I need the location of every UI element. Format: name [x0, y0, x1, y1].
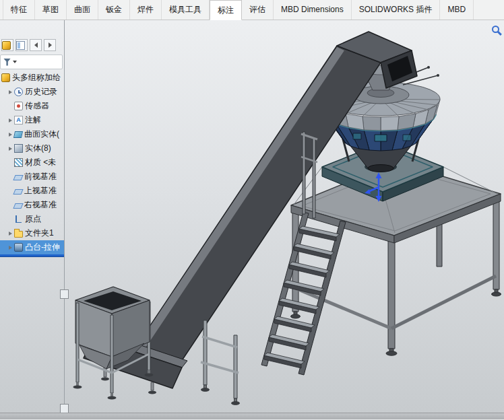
tree-item-label: 原点: [25, 213, 41, 225]
expand-arrow-icon[interactable]: [9, 246, 12, 250]
magnifier-icon[interactable]: [492, 26, 499, 33]
tree-item-label: 传感器: [25, 100, 49, 112]
tab-solidworks-addins[interactable]: SOLIDWORKS 插件: [352, 0, 441, 20]
annotations-icon: A: [14, 116, 23, 125]
panel-splitter[interactable]: [64, 20, 65, 413]
stair-treads: [264, 226, 340, 368]
tab-sheet-metal[interactable]: 钣金: [98, 0, 130, 20]
tab-features[interactable]: 特征: [3, 0, 35, 20]
tree-item-label: 曲面实体(: [24, 129, 59, 140]
tree-item-surface-bodies[interactable]: 曲面实体(: [0, 127, 64, 141]
feature-tree: 头多组称加给 历史记录 传感器 A 注解 曲面实体(: [0, 71, 64, 254]
sensors-icon: [14, 102, 23, 110]
tree-item-boss-extrude[interactable]: 凸台-拉伸: [0, 240, 64, 254]
tree-item-label: 文件夹1: [25, 228, 54, 239]
tab-weldments[interactable]: 焊件: [130, 0, 162, 20]
graphics-area: 头多组称加给 历史记录 传感器 A 注解 曲面实体(: [0, 20, 504, 413]
expand-arrow-icon[interactable]: [9, 133, 12, 137]
tree-item-right-plane[interactable]: 右视基准: [0, 198, 64, 212]
tree-item-label: 历史记录: [25, 86, 57, 98]
conveyor-support-stand[interactable]: [201, 320, 240, 405]
display-pane-icon: [16, 41, 25, 50]
expand-arrow-icon[interactable]: [9, 232, 12, 236]
tab-mbd[interactable]: MBD: [440, 0, 474, 20]
plane-icon: [13, 189, 23, 195]
chevron-left-icon: [34, 42, 38, 48]
tree-item-annotations[interactable]: A 注解: [0, 113, 64, 127]
tree-filter-input[interactable]: [0, 55, 63, 69]
tree-item-label: 前视基准: [24, 171, 57, 182]
expand-arrow-icon[interactable]: [9, 147, 12, 151]
tab-annotations[interactable]: 标注: [210, 0, 242, 20]
ribbon-tab-bar: 特征 草图 曲面 钣金 焊件 模具工具 标注 评估 MBD Dimensions…: [0, 0, 504, 20]
tab-surfaces[interactable]: 曲面: [67, 0, 98, 20]
folder-icon: [14, 231, 23, 238]
tree-item-label: 注解: [25, 114, 41, 126]
plane-icon: [13, 175, 23, 180]
tab-sketch[interactable]: 草图: [35, 0, 67, 20]
tree-root-item[interactable]: 头多组称加给: [0, 71, 64, 85]
tree-item-label: 上视基准: [24, 185, 57, 197]
plane-icon: [13, 203, 23, 209]
viewport-3d[interactable]: [0, 20, 504, 413]
part-icon: [1, 73, 10, 82]
tree-item-history[interactable]: 历史记录: [0, 85, 64, 99]
surface-bodies-icon: [13, 131, 23, 138]
history-icon: [14, 88, 23, 96]
chevron-down-icon: [13, 61, 17, 63]
tab-mbd-dimensions[interactable]: MBD Dimensions: [274, 0, 352, 20]
solid-bodies-icon: [14, 144, 23, 153]
expand-arrow-icon[interactable]: [9, 118, 12, 123]
collapse-pane-button[interactable]: [30, 39, 42, 51]
tree-item-label: 凸台-拉伸: [25, 242, 60, 253]
feed-hopper[interactable]: [73, 287, 154, 400]
rollback-bar[interactable]: [0, 254, 64, 256]
feature-manager-panel: 头多组称加给 历史记录 传感器 A 注解 曲面实体(: [0, 20, 64, 413]
funnel-icon: [3, 59, 11, 66]
expand-arrow-icon[interactable]: [9, 90, 12, 94]
tree-item-label: 右视基准: [24, 199, 57, 211]
tree-item-label: 实体(8): [25, 143, 51, 154]
tree-item-label: 材质 <未: [25, 157, 56, 168]
tree-item-front-plane[interactable]: 前视基准: [0, 170, 64, 184]
tree-item-origin[interactable]: 原点: [0, 212, 64, 226]
display-pane-button[interactable]: [15, 39, 28, 51]
origin-icon: [14, 215, 23, 223]
material-icon: [14, 158, 23, 167]
part-icon: [2, 41, 11, 50]
tree-item-folder1[interactable]: 文件夹1: [0, 226, 64, 240]
tree-item-top-plane[interactable]: 上视基准: [0, 184, 64, 198]
tree-item-material[interactable]: 材质 <未: [0, 155, 64, 170]
tab-evaluate[interactable]: 评估: [242, 0, 274, 20]
panel-toolbar: [0, 38, 64, 53]
expand-pane-button[interactable]: [44, 39, 56, 51]
tree-item-solid-bodies[interactable]: 实体(8): [0, 141, 64, 155]
tree-item-sensors[interactable]: 传感器: [0, 99, 64, 113]
tree-root-label: 头多组称加给: [12, 72, 61, 83]
featuremanager-tab-button[interactable]: [1, 39, 13, 51]
status-bar: [0, 413, 504, 419]
boss-extrude-icon: [14, 243, 23, 252]
chevron-right-icon: [49, 42, 52, 48]
tab-mold-tools[interactable]: 模具工具: [162, 0, 210, 20]
